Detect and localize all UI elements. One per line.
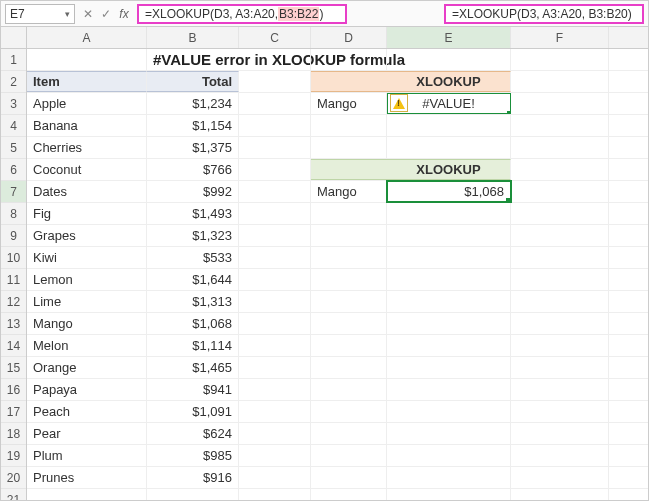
cell[interactable] <box>239 203 311 224</box>
cell[interactable]: $916 <box>147 467 239 488</box>
cell[interactable]: Grapes <box>27 225 147 246</box>
cell[interactable] <box>239 313 311 334</box>
cell[interactable]: $1,644 <box>147 269 239 290</box>
fx-icon[interactable]: fx <box>117 7 131 21</box>
header-xlookup-top[interactable]: XLOOKUP <box>387 71 511 92</box>
cell-d3[interactable]: Mango <box>311 93 387 114</box>
cell[interactable] <box>387 489 511 501</box>
header-item[interactable]: Item <box>27 71 147 92</box>
row-header[interactable]: 7 <box>1 181 26 203</box>
row-header[interactable]: 11 <box>1 269 26 291</box>
row-header[interactable]: 20 <box>1 467 26 489</box>
cell[interactable]: $1,091 <box>147 401 239 422</box>
cell[interactable] <box>387 225 511 246</box>
cell[interactable] <box>311 49 387 70</box>
row-header[interactable]: 18 <box>1 423 26 445</box>
cell[interactable] <box>511 401 609 422</box>
cell[interactable]: $1,465 <box>147 357 239 378</box>
cell[interactable]: Banana <box>27 115 147 136</box>
cell[interactable] <box>311 335 387 356</box>
cell[interactable]: $985 <box>147 445 239 466</box>
cell[interactable]: Kiwi <box>27 247 147 268</box>
row-header[interactable]: 4 <box>1 115 26 137</box>
column-header[interactable]: D <box>311 27 387 48</box>
cell[interactable] <box>511 291 609 312</box>
cell[interactable] <box>311 71 387 92</box>
column-header[interactable]: F <box>511 27 609 48</box>
title-cell[interactable]: #VALUE error in XLOOKUP formula <box>147 49 239 70</box>
cell[interactable]: Fig <box>27 203 147 224</box>
cell[interactable] <box>239 335 311 356</box>
cell[interactable] <box>239 181 311 202</box>
column-header[interactable]: E <box>387 27 511 48</box>
cancel-icon[interactable]: ✕ <box>81 7 95 21</box>
cell[interactable]: Plum <box>27 445 147 466</box>
row-header[interactable]: 12 <box>1 291 26 313</box>
cell[interactable] <box>311 247 387 268</box>
cell[interactable] <box>511 93 609 114</box>
cell[interactable] <box>311 203 387 224</box>
row-header[interactable]: 6 <box>1 159 26 181</box>
row-header[interactable]: 21 <box>1 489 26 501</box>
cell[interactable] <box>387 313 511 334</box>
cell[interactable] <box>387 269 511 290</box>
cell[interactable]: Lime <box>27 291 147 312</box>
cell[interactable] <box>387 335 511 356</box>
cell[interactable] <box>387 357 511 378</box>
row-header[interactable]: 14 <box>1 335 26 357</box>
cell[interactable]: $1,154 <box>147 115 239 136</box>
cell-e7-active[interactable]: $1,068 <box>387 181 511 202</box>
cell[interactable] <box>239 357 311 378</box>
cell[interactable] <box>511 71 609 92</box>
row-header[interactable]: 2 <box>1 71 26 93</box>
row-header[interactable]: 9 <box>1 225 26 247</box>
cell[interactable] <box>387 423 511 444</box>
cell[interactable] <box>387 379 511 400</box>
cell[interactable] <box>387 203 511 224</box>
cell[interactable] <box>311 489 387 501</box>
cell[interactable] <box>511 115 609 136</box>
cell[interactable] <box>239 225 311 246</box>
cell[interactable] <box>387 291 511 312</box>
cell[interactable] <box>239 467 311 488</box>
cell[interactable] <box>239 137 311 158</box>
cell[interactable]: $1,114 <box>147 335 239 356</box>
cell[interactable] <box>511 247 609 268</box>
cell[interactable] <box>311 225 387 246</box>
cell[interactable]: $1,068 <box>147 313 239 334</box>
cell[interactable]: Papaya <box>27 379 147 400</box>
select-all-corner[interactable] <box>1 27 26 49</box>
cell[interactable] <box>239 379 311 400</box>
cell[interactable] <box>239 93 311 114</box>
cell[interactable] <box>387 401 511 422</box>
cell[interactable] <box>511 423 609 444</box>
cell[interactable] <box>311 159 387 180</box>
cell[interactable]: $1,375 <box>147 137 239 158</box>
cell[interactable]: $941 <box>147 379 239 400</box>
cell[interactable] <box>311 467 387 488</box>
row-header[interactable]: 5 <box>1 137 26 159</box>
cell[interactable]: Prunes <box>27 467 147 488</box>
cell[interactable] <box>311 357 387 378</box>
row-header[interactable]: 19 <box>1 445 26 467</box>
cell[interactable] <box>239 401 311 422</box>
cell[interactable] <box>239 247 311 268</box>
cell[interactable] <box>511 181 609 202</box>
cell[interactable] <box>511 49 609 70</box>
cell-d7[interactable]: Mango <box>311 181 387 202</box>
cell[interactable]: $766 <box>147 159 239 180</box>
cell[interactable] <box>27 49 147 70</box>
header-total[interactable]: Total <box>147 71 239 92</box>
cell[interactable]: Cherries <box>27 137 147 158</box>
cell[interactable] <box>511 159 609 180</box>
cell[interactable] <box>311 423 387 444</box>
cell[interactable] <box>147 489 239 501</box>
cell[interactable] <box>311 137 387 158</box>
cell[interactable] <box>311 291 387 312</box>
cell[interactable]: $1,234 <box>147 93 239 114</box>
cell[interactable] <box>239 445 311 466</box>
cell[interactable] <box>387 467 511 488</box>
enter-icon[interactable]: ✓ <box>99 7 113 21</box>
cell[interactable]: Apple <box>27 93 147 114</box>
cell[interactable] <box>511 269 609 290</box>
